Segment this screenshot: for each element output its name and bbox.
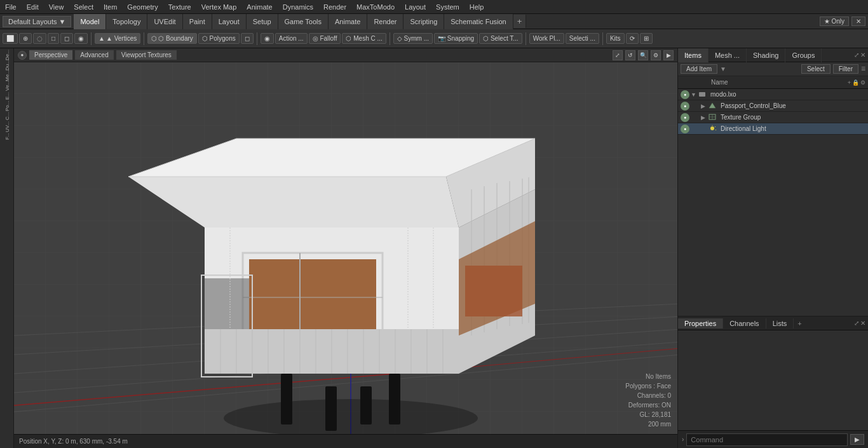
menu-geometry[interactable]: Geometry [122,2,163,12]
command-execute-btn[interactable]: ▶ [850,434,864,445]
tab-model[interactable]: Model [74,14,106,29]
viewport-icon-camera[interactable]: ⤢ [613,50,623,60]
select-t-btn[interactable]: ⬡ Select T... [479,33,522,44]
action-circle-btn[interactable]: ◉ [261,33,274,44]
vis-eye-root[interactable]: ● [681,90,689,99]
list-item-texture[interactable]: ● ▶ Texture Group [678,112,868,123]
menu-view[interactable]: View [44,2,69,12]
only-btn[interactable]: ★ Only [820,17,849,26]
camera-top-btn[interactable]: ◉ [74,33,88,44]
vis-eye-texture[interactable]: ● [681,113,689,122]
tab-layout[interactable]: Layout [212,14,247,29]
tab-topology[interactable]: Topology [106,14,147,29]
sidebar-item-9[interactable]: F... [1,132,13,141]
sidebar-item-7[interactable]: C... [1,112,13,121]
tab-render[interactable]: Render [367,14,403,29]
selection-sets-btn[interactable]: Selecti ... [566,33,599,44]
viewport-icon-settings[interactable]: ⚙ [651,50,661,60]
menu-system[interactable]: System [431,2,465,12]
tab-schematic-fusion[interactable]: Schematic Fusion [444,14,513,29]
command-input[interactable] [686,433,848,446]
tab-viewport-textures[interactable]: Viewport Textures [116,50,177,60]
vis-eye-light[interactable]: ● [681,125,689,133]
menu-file[interactable]: File [0,2,22,12]
tab-advanced[interactable]: Advanced [75,50,113,60]
tab-channels[interactable]: Channels [723,318,766,329]
polygons-btn[interactable]: ⬡ Polygons [198,33,240,44]
component-btn[interactable]: ◻ [60,33,73,44]
action-label-btn[interactable]: Action ... [275,33,308,44]
tab-game-tools[interactable]: Game Tools [278,14,329,29]
expand-passport[interactable]: ▶ [701,103,709,109]
menu-edit[interactable]: Edit [22,2,44,12]
select-rect-btn[interactable]: □ [48,33,59,44]
sidebar-item-3[interactable]: Me... [1,71,13,80]
list-item-passport[interactable]: ● ▶ Passport_Control_Blue [678,100,868,112]
viewport-icon-expand[interactable]: ▶ [663,50,674,60]
scene-3d[interactable]: X Y Z No Items Polygons : Face Channels:… [14,62,677,448]
sidebar-item-4[interactable]: Ve... [1,81,13,90]
item-mode-btn[interactable]: ◻ [241,33,254,44]
props-expand[interactable]: ⤢ [854,320,859,327]
menu-texture[interactable]: Texture [163,2,196,12]
sidebar-item-5[interactable]: E... [1,92,13,100]
add-item-dropdown[interactable]: ▼ [720,65,726,72]
list-item-root[interactable]: ● ▼ modo.lxo [678,89,868,100]
col-lock-icon[interactable]: 🔒 [852,79,859,86]
menu-maxtomodo[interactable]: MaxToModo [351,2,400,12]
snap-circle-btn[interactable]: ◌ [33,33,46,44]
snapping-btn[interactable]: 📷 Snapping [434,33,478,44]
mesh-btn[interactable]: ⬡ Mesh C ... [342,33,386,44]
tab-shading[interactable]: Shading [747,48,785,62]
menu-animate[interactable]: Animate [241,2,277,12]
layout-dropdown[interactable]: Default Layouts ▼ [3,16,71,27]
tab-items[interactable]: Items [678,48,709,62]
grid-view-btn[interactable]: ⊞ [640,33,653,44]
menu-vertex-map[interactable]: Vertex Map [196,2,242,12]
menu-render[interactable]: Render [318,2,351,12]
tab-paint[interactable]: Paint [183,14,212,29]
tab-mesh[interactable]: Mesh ... [709,48,747,62]
list-item-light[interactable]: ● Directional Light [678,123,868,135]
add-item-btn[interactable]: Add Item [681,64,717,74]
props-close[interactable]: ✕ [860,320,865,327]
select-btn[interactable]: Select [801,64,831,74]
falloff-btn[interactable]: ◎ Falloff [309,33,341,44]
menu-select[interactable]: Select [69,2,98,12]
vertices-btn[interactable]: ▲ ▲ Vertices [95,33,140,44]
viewport-close-btn[interactable]: ● [18,51,27,60]
expand-root[interactable]: ▼ [691,92,698,98]
tab-properties[interactable]: Properties [678,318,723,329]
col-settings-icon[interactable]: ⚙ [860,79,865,86]
viewport-icon-search[interactable]: 🔍 [638,50,648,60]
tab-animate[interactable]: Animate [329,14,367,29]
sidebar-item-8[interactable]: UV... [1,122,13,131]
tab-setup[interactable]: Setup [247,14,278,29]
props-add-tab[interactable]: + [794,318,805,329]
items-panel-expand[interactable]: ⤢ [854,51,859,58]
tab-groups[interactable]: Groups [785,48,822,62]
close-layout-btn[interactable]: ✕ [851,17,865,26]
tab-uvedit[interactable]: UVEdit [147,14,182,29]
tab-perspective[interactable]: Perspective [29,50,72,60]
world-btn[interactable]: ⊕ [19,33,32,44]
items-panel-close[interactable]: ✕ [860,51,865,58]
menu-help[interactable]: Help [465,2,489,12]
items-more-btn[interactable]: ≡ [861,64,865,74]
boundary-btn[interactable]: ⬡ ⬡ Boundary [147,33,197,44]
rotate-view-btn[interactable]: ⟳ [626,33,639,44]
sidebar-item-2[interactable]: Du... [1,61,13,70]
vis-eye-passport[interactable]: ● [681,102,689,111]
tab-lists[interactable]: Lists [766,318,794,329]
expand-texture[interactable]: ▶ [701,114,709,121]
kits-btn[interactable]: Kits [606,33,625,44]
menu-layout[interactable]: Layout [400,2,431,12]
col-add-icon[interactable]: + [848,79,851,86]
menu-dynamics[interactable]: Dynamics [278,2,318,12]
viewport-icon-refresh[interactable]: ↺ [625,50,635,60]
sym-btn[interactable]: ◇ Symm ... [393,33,433,44]
layout-add-tab[interactable]: + [513,15,527,28]
filter-btn[interactable]: Filter [833,64,858,74]
transform-btn[interactable]: ⬜ [3,33,18,44]
sidebar-item-6[interactable]: Po... [1,102,13,111]
